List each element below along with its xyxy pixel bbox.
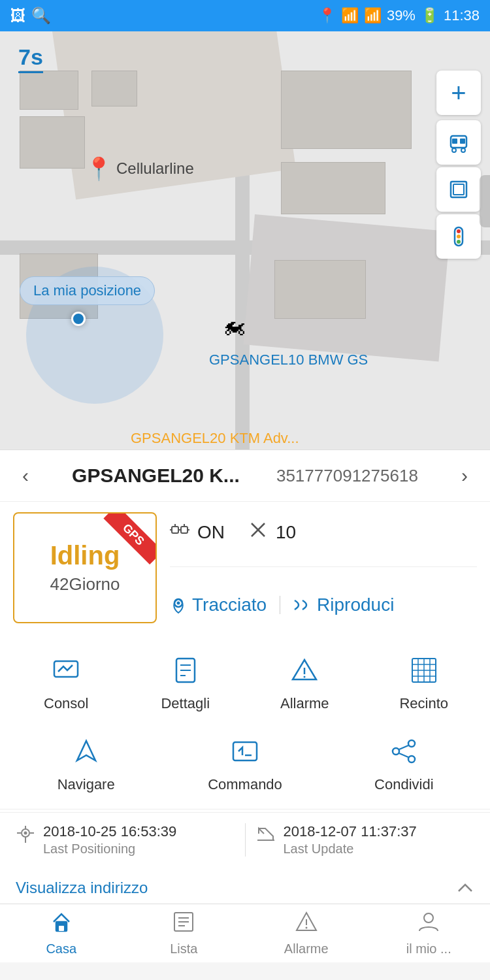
device-panel: ‹ GPSANGEL20 K... 351777091275618 › GPS … <box>0 449 490 904</box>
location-icon: 📍 <box>318 7 336 24</box>
nav-allarme-label: Allarme <box>284 941 329 956</box>
last-update-date: 2018-12-07 11:37:37 <box>284 823 417 840</box>
svg-point-4 <box>461 148 465 152</box>
signal-value: 10 <box>276 522 296 543</box>
gps-badge: GPS <box>103 514 155 564</box>
dettagli-icon <box>171 656 200 689</box>
timestamps-row: 2018-10-25 16:53:39 Last Positioning 201… <box>0 812 490 867</box>
device-details: ON 10 Tracciato Riproduci <box>170 512 477 623</box>
search-icon: 🔍 <box>31 7 51 25</box>
zoom-in-button[interactable]: + <box>436 71 481 115</box>
map-buttons: + <box>436 71 481 259</box>
nav-lista[interactable]: Lista <box>123 905 246 962</box>
svg-point-54 <box>424 913 433 923</box>
condividi-label: Condividi <box>374 776 434 793</box>
next-device-button[interactable]: › <box>455 462 474 489</box>
nav-ilmio[interactable]: il mio ... <box>368 905 491 962</box>
tracciato-button[interactable]: Tracciato <box>170 592 274 618</box>
device-status-box: GPS Idling 42Giorno <box>13 512 157 623</box>
wifi-icon: 📶 <box>341 7 359 24</box>
condividi-icon <box>389 737 418 770</box>
dettagli-label: Dettagli <box>161 695 210 712</box>
cellularline-pin: 📍 Cellularline <box>85 155 194 182</box>
action-navigare[interactable]: Navigare <box>7 728 165 802</box>
consol-icon <box>52 656 80 689</box>
action-recinto[interactable]: Recinto <box>365 647 484 721</box>
device-id: 351777091275618 <box>276 466 418 486</box>
svg-point-38 <box>408 740 415 747</box>
lista-icon <box>172 910 195 939</box>
nav-allarme-icon <box>295 910 318 939</box>
svg-point-53 <box>305 927 307 929</box>
bus-button[interactable] <box>436 120 481 165</box>
update-icon <box>256 825 276 849</box>
action-commando[interactable]: Commando <box>165 728 324 802</box>
clock: 11:38 <box>444 7 480 24</box>
map-area[interactable]: 7s 📍 Cellularline La mia posizione 🏍 GPS… <box>0 31 490 449</box>
pin-label: Cellularline <box>116 159 194 178</box>
svg-point-44 <box>24 832 27 835</box>
last-update: 2018-12-07 11:37:37 Last Update <box>256 823 475 857</box>
status-left-icons: 🖼 🔍 <box>10 7 51 25</box>
status-right-icons: 📍 📶 📶 39% 🔋 11:38 <box>318 7 480 24</box>
svg-point-9 <box>457 235 461 238</box>
last-positioning-label: Last Positioning <box>43 841 176 857</box>
visualize-address-link[interactable]: Visualizza indirizzo <box>16 879 148 897</box>
device-name: GPSANGEL20 K... <box>72 465 240 487</box>
svg-point-3 <box>452 148 456 152</box>
commando-icon <box>231 737 259 770</box>
action-consol[interactable]: Consol <box>7 647 126 721</box>
status-bar: 🖼 🔍 📍 📶 📶 39% 🔋 11:38 <box>0 0 490 31</box>
action-allarme[interactable]: Allarme <box>245 647 365 721</box>
action-dettagli[interactable]: Dettagli <box>126 647 246 721</box>
map-device-label-1: GPSANGEL10 BMW GS <box>209 351 368 368</box>
position-dot <box>71 312 86 326</box>
tracciato-label: Tracciato <box>192 595 267 615</box>
ilmio-icon <box>417 910 440 939</box>
riproduci-label: Riproduci <box>317 595 394 615</box>
action-grid-row2: Navigare Commando Condividi <box>0 728 490 809</box>
svg-rect-2 <box>460 139 465 144</box>
svg-line-41 <box>399 745 408 749</box>
status-sub: 42Giorno <box>50 574 120 595</box>
svg-line-42 <box>399 753 408 757</box>
riproduci-button[interactable]: Riproduci <box>286 592 402 618</box>
svg-point-10 <box>457 240 461 244</box>
traffic-button[interactable] <box>436 214 481 259</box>
svg-rect-36 <box>233 742 257 760</box>
last-positioning: 2018-10-25 16:53:39 Last Positioning <box>16 823 235 857</box>
positioning-icon <box>16 825 35 849</box>
svg-point-21 <box>177 602 180 605</box>
signal-icon: 📶 <box>364 7 382 24</box>
engine-status: ON <box>197 522 225 543</box>
device-header: ‹ GPSANGEL20 K... 351777091275618 › <box>0 450 490 502</box>
svg-point-39 <box>393 748 399 755</box>
scroll-indicator <box>480 175 490 227</box>
action-condividi[interactable]: Condividi <box>325 728 483 802</box>
allarme-icon <box>290 656 319 689</box>
svg-rect-1 <box>452 139 457 144</box>
svg-rect-12 <box>181 527 188 533</box>
prev-device-button[interactable]: ‹ <box>16 462 35 489</box>
svg-point-28 <box>304 676 306 678</box>
layers-button[interactable] <box>436 167 481 212</box>
signal-icon <box>248 520 268 544</box>
nav-allarme[interactable]: Allarme <box>245 905 368 962</box>
photo-icon: 🖼 <box>10 7 26 25</box>
visualize-row: Visualizza indirizzo <box>0 867 490 904</box>
device-info-row: GPS Idling 42Giorno ON 10 Traccia <box>0 502 490 634</box>
consol-label: Consol <box>44 695 88 712</box>
casa-label: Casa <box>46 941 76 956</box>
moto-icon: 🏍 <box>222 312 246 340</box>
ilmio-label: il mio ... <box>406 941 451 956</box>
allarme-label: Allarme <box>280 695 329 712</box>
last-update-label: Last Update <box>284 841 417 857</box>
nav-casa[interactable]: Casa <box>0 905 123 962</box>
pin-icon: 📍 <box>85 155 112 182</box>
svg-point-40 <box>408 756 415 762</box>
collapse-button[interactable] <box>456 877 474 898</box>
svg-rect-6 <box>453 184 464 195</box>
engine-icon <box>170 520 189 544</box>
bottom-nav: Casa Lista Allarme il mio ... <box>0 904 490 962</box>
lista-label: Lista <box>170 941 197 956</box>
